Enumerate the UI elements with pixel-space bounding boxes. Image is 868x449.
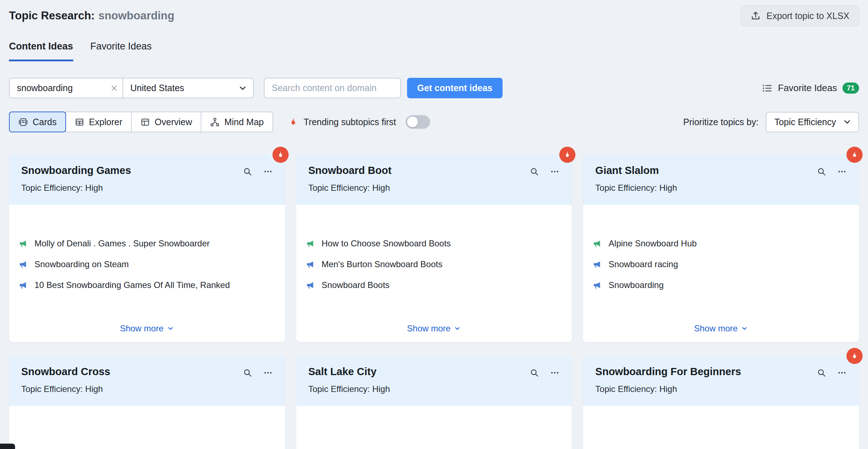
prioritize-control: Prioritize topics by: Topic Efficiency <box>683 112 859 132</box>
show-more-link[interactable]: Show more <box>694 323 748 334</box>
headline-item[interactable]: Alpine Snowboard Hub <box>593 238 847 249</box>
card-menu-icon[interactable] <box>550 167 560 176</box>
headline-item[interactable]: How to Choose Snowboard Boots <box>306 238 560 249</box>
toolbar: Cards Explorer Overview Mind Map <box>9 112 859 132</box>
overview-view-icon <box>140 117 150 127</box>
view-explorer-button[interactable]: Explorer <box>65 112 132 132</box>
chevron-down-icon <box>238 84 247 93</box>
item-label: Snowboarding <box>608 280 663 290</box>
card-title[interactable]: Salt Lake City <box>308 366 390 378</box>
card-menu-icon[interactable] <box>263 167 273 176</box>
export-button[interactable]: Export topic to XLSX <box>741 5 859 26</box>
headline-item[interactable]: Snowboard racing <box>593 259 847 269</box>
item-label: Molly of Denali . Games . Super Snowboar… <box>34 238 210 249</box>
card-efficiency: Topic Efficiency: High <box>595 183 677 193</box>
card-actions <box>243 366 273 406</box>
item-label: Snowboard Boots <box>322 280 389 290</box>
card-menu-icon[interactable] <box>837 368 847 378</box>
show-more-link[interactable]: Show more <box>407 323 461 334</box>
export-icon <box>751 11 761 21</box>
card-efficiency: Topic Efficiency: High <box>595 384 741 394</box>
prioritize-select-value: Topic Efficiency <box>774 117 836 127</box>
headline-item[interactable]: Snowboarding on Steam <box>19 259 273 269</box>
card-search-icon[interactable] <box>529 167 539 176</box>
card-body <box>9 406 285 449</box>
flame-icon <box>288 117 298 127</box>
clear-icon[interactable] <box>106 79 122 98</box>
show-more-link[interactable]: Show more <box>120 323 174 334</box>
card-body <box>296 406 572 449</box>
card-actions <box>243 165 273 205</box>
card-search-icon[interactable] <box>529 368 539 378</box>
view-explorer-label: Explorer <box>89 117 122 127</box>
headline-item[interactable]: Molly of Denali . Games . Super Snowboar… <box>19 238 273 249</box>
tab-content-ideas[interactable]: Content Ideas <box>9 40 73 61</box>
card-title[interactable]: Snowboard Cross <box>21 366 110 378</box>
favorites-count-badge: 71 <box>843 82 859 94</box>
tab-favorite-ideas[interactable]: Favorite Ideas <box>90 40 152 61</box>
mindmap-view-icon <box>210 117 220 127</box>
view-mindmap-label: Mind Map <box>224 117 264 127</box>
show-more-label: Show more <box>120 323 163 334</box>
card-header: Giant Slalom Topic Efficiency: High <box>583 155 859 205</box>
flame-icon <box>850 352 859 360</box>
domain-search-input[interactable] <box>264 78 401 98</box>
show-more-label: Show more <box>407 323 451 334</box>
card-actions <box>529 165 560 205</box>
view-switcher: Cards Explorer Overview Mind Map <box>9 112 273 132</box>
prioritize-select[interactable]: Topic Efficiency <box>766 112 859 132</box>
card-search-icon[interactable] <box>817 167 826 176</box>
card-search-icon[interactable] <box>243 368 252 378</box>
view-mindmap-button[interactable]: Mind Map <box>201 112 273 132</box>
card-efficiency: Topic Efficiency: High <box>21 384 110 394</box>
megaphone-icon <box>19 239 28 248</box>
get-content-ideas-button[interactable]: Get content ideas <box>407 78 503 98</box>
topic-card: Giant Slalom Topic Efficiency: High Alpi… <box>583 155 859 342</box>
favorites-list-icon <box>762 83 773 94</box>
cards-grid: Snowboarding Games Topic Efficiency: Hig… <box>9 155 859 449</box>
card-body <box>583 406 859 449</box>
card-search-icon[interactable] <box>817 368 826 378</box>
bottom-widget[interactable] <box>0 444 15 449</box>
chevron-down-icon <box>741 325 748 332</box>
chevron-down-icon <box>843 117 852 127</box>
megaphone-icon <box>593 260 602 269</box>
card-efficiency: Topic Efficiency: High <box>308 183 392 193</box>
topic-search-input[interactable] <box>10 79 106 98</box>
trending-badge <box>846 348 863 364</box>
country-select[interactable]: United States <box>123 79 253 98</box>
megaphone-icon <box>593 280 602 290</box>
card-title[interactable]: Snowboarding For Beginners <box>595 366 741 378</box>
card-header-text: Snowboarding Games Topic Efficiency: Hig… <box>21 165 131 205</box>
topic-card: Snowboard Cross Topic Efficiency: High <box>9 356 285 449</box>
card-search-icon[interactable] <box>243 167 252 176</box>
megaphone-icon <box>593 239 602 248</box>
card-header-text: Salt Lake City Topic Efficiency: High <box>308 366 390 406</box>
card-menu-icon[interactable] <box>837 167 847 176</box>
card-menu-icon[interactable] <box>550 368 560 378</box>
topic-card: Salt Lake City Topic Efficiency: High <box>296 356 572 449</box>
tabs-bar: Content Ideas Favorite Ideas <box>9 40 859 61</box>
toggle-knob <box>407 117 418 127</box>
page-header: Topic Research:snowboarding Export topic… <box>9 0 859 26</box>
card-menu-icon[interactable] <box>263 368 273 378</box>
card-actions <box>817 366 847 406</box>
card-title[interactable]: Snowboarding Games <box>21 165 131 176</box>
headline-item[interactable]: Snowboard Boots <box>306 280 560 290</box>
view-cards-button[interactable]: Cards <box>9 112 66 132</box>
favorites-label: Favorite Ideas <box>778 82 837 94</box>
view-overview-button[interactable]: Overview <box>131 112 201 132</box>
flame-icon <box>850 151 859 159</box>
card-header: Snowboard Cross Topic Efficiency: High <box>9 356 285 406</box>
headline-item[interactable]: Snowboarding <box>593 280 847 290</box>
megaphone-icon <box>19 260 28 269</box>
card-title[interactable]: Snowboard Boot <box>308 165 392 176</box>
cards-view-icon <box>18 117 28 127</box>
favorite-ideas-link[interactable]: Favorite Ideas 71 <box>762 82 859 94</box>
headline-item[interactable]: 10 Best Snowboarding Games Of All Time, … <box>19 280 273 290</box>
trending-toggle[interactable] <box>406 115 430 129</box>
headline-item[interactable]: Men's Burton Snowboard Boots <box>306 259 560 269</box>
card-body: How to Choose Snowboard Boots Men's Burt… <box>296 205 572 342</box>
card-title[interactable]: Giant Slalom <box>595 165 677 176</box>
card-actions <box>529 366 560 406</box>
